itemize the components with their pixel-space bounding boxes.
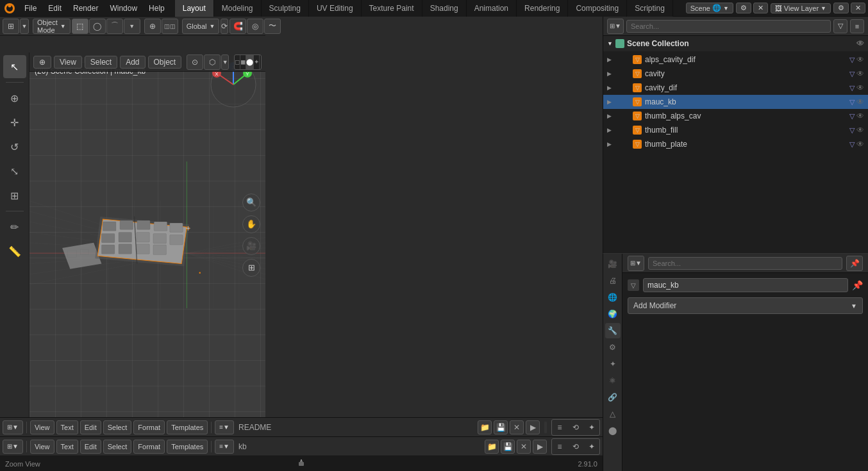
props-particles-icon[interactable]: ✦ [605, 356, 621, 372]
props-object-icon[interactable]: 🔧 [605, 323, 621, 338]
add-modifier-button[interactable]: Add Modifier ▼ [628, 297, 863, 314]
te-kb-type-btn[interactable]: ⊞▼ [3, 440, 23, 454]
props-scene-icon[interactable]: 🌍 [605, 306, 621, 322]
te-readme-templates[interactable]: Templates [167, 420, 208, 434]
editor-type-btn[interactable]: ⊞ [3, 19, 19, 34]
measure-tool-btn[interactable]: 📏 [3, 240, 26, 263]
outliner-filter-btn[interactable]: ▽ [833, 19, 847, 33]
props-back-btn[interactable]: ⊞▼ [628, 256, 644, 271]
scene-options-btn[interactable]: ⚙ [736, 3, 751, 13]
outliner-item-thumb-alps[interactable]: ▶ ▽ thumb_alps_cav ▽ 👁 [603, 109, 868, 123]
te-kb-save-btn[interactable]: 💾 [501, 440, 515, 454]
viewport[interactable]: User Perspective (20) Scene Collection |… [29, 53, 265, 417]
props-viewlayer-icon[interactable]: 🌐 [605, 290, 621, 305]
move-tool-btn[interactable]: ✛ [3, 111, 26, 134]
material-shade[interactable]: ⬤ [246, 55, 254, 69]
workspace-sculpting[interactable]: Sculpting [262, 0, 309, 17]
props-search-input[interactable] [648, 257, 842, 270]
rotate-tool-btn[interactable]: ↺ [3, 135, 26, 158]
eye-thumb-alps[interactable]: 👁 [856, 112, 864, 120]
props-material-icon[interactable]: ⬤ [605, 423, 621, 438]
eye-thumb-fill[interactable]: 👁 [856, 126, 864, 135]
menu-render[interactable]: Render [68, 3, 103, 14]
select-box-btn[interactable]: ⬚ [72, 19, 88, 34]
te-readme-wrap-btn[interactable]: ⟲ [569, 420, 583, 434]
props-constraints-icon[interactable]: 🔗 [605, 390, 621, 405]
workspace-uvediting[interactable]: UV Editing [309, 0, 362, 17]
outliner-item-mauc-kb[interactable]: ▶ ▽ mauc_kb ▽ 👁 [603, 95, 868, 109]
workspace-animation[interactable]: Animation [467, 0, 517, 17]
props-object-name-field[interactable] [643, 278, 848, 292]
zoom-in-btn[interactable]: 🔍 [242, 194, 260, 211]
select-more-btn[interactable]: ▼ [124, 19, 140, 34]
wave-btn[interactable]: 〜 [264, 19, 281, 34]
viewport-overlay-btn[interactable]: ⬡ [204, 54, 221, 70]
te-readme-text[interactable]: Text [56, 420, 78, 434]
viewport-overlay-down[interactable]: ▼ [221, 54, 229, 70]
te-readme-save-btn[interactable]: 💾 [494, 420, 508, 434]
transform-options[interactable]: ◫◫ [162, 19, 178, 34]
te-readme-close-btn[interactable]: ✕ [510, 420, 524, 434]
cursor-tool-btn[interactable]: ⊕ [3, 87, 26, 110]
props-physics-icon[interactable]: ⚛ [605, 373, 621, 388]
select-lasso-btn[interactable]: ⌒ [106, 19, 123, 34]
outliner-filter-btn2[interactable]: ≡ [850, 19, 864, 33]
te-kb-format[interactable]: Format [133, 440, 165, 454]
scale-tool-btn[interactable]: ⤡ [3, 160, 26, 183]
props-pin-btn[interactable]: 📌 [846, 256, 863, 271]
viewlayer-delete-btn[interactable]: ✕ [851, 3, 865, 13]
select-tool-btn[interactable]: ↖ [3, 55, 26, 78]
te-kb-wrap-btn[interactable]: ⟲ [569, 440, 583, 454]
workspace-layout[interactable]: Layout [175, 0, 214, 17]
eye-alps[interactable]: 👁 [856, 55, 864, 64]
menu-edit[interactable]: Edit [43, 3, 67, 14]
te-kb-run-btn[interactable]: ▶ [533, 440, 547, 454]
scene-selector[interactable]: Scene 🌐 ▼ [686, 3, 733, 13]
te-kb-close-btn[interactable]: ✕ [517, 440, 531, 454]
outliner-item-thumb-fill[interactable]: ▶ ▽ thumb_fill ▽ 👁 [603, 123, 868, 137]
outliner-type-btn[interactable]: ⊞▼ [607, 19, 624, 34]
te-readme-format[interactable]: Format [133, 420, 165, 434]
eye-mauc[interactable]: 👁 [856, 97, 864, 106]
workspace-modeling[interactable]: Modeling [214, 0, 262, 17]
te-readme-syntax-btn[interactable]: ✦ [585, 420, 599, 434]
toolbar-dropdown-btn[interactable]: ▼ [20, 19, 29, 34]
gizmo-area-btn[interactable]: ⊕ [33, 56, 51, 69]
props-modifier-icon[interactable]: ⚙ [605, 340, 621, 355]
menu-help[interactable]: Help [144, 3, 170, 14]
te-readme-lineno-btn[interactable]: ≡ [553, 420, 567, 434]
outliner-item-cavity-dif[interactable]: ▶ ▽ cavity_dif ▽ 👁 [603, 81, 868, 95]
te-kb-edit[interactable]: Edit [80, 440, 101, 454]
transform-pivot-btn[interactable]: ⟳ [221, 19, 228, 34]
te-readme-type-btn[interactable]: ⊞▼ [3, 420, 23, 434]
solid-shade[interactable]: ◼ [240, 55, 246, 69]
ortho-btn[interactable]: ⊞ [242, 259, 260, 277]
render-shade[interactable]: ✦ [254, 55, 260, 69]
scene-delete-btn[interactable]: ✕ [753, 3, 768, 13]
te-kb-open-btn[interactable]: 📁 [485, 440, 499, 454]
te-kb-select[interactable]: Select [103, 440, 132, 454]
eye-thumb-plate[interactable]: 👁 [856, 140, 864, 149]
te-readme-open-btn[interactable]: 📁 [478, 420, 492, 434]
eye-cavity[interactable]: 👁 [856, 69, 864, 78]
workspace-rendering[interactable]: Rendering [517, 0, 568, 17]
workspace-scripting[interactable]: Scripting [627, 0, 673, 17]
te-readme-run-btn[interactable]: ▶ [526, 420, 540, 434]
props-render-icon[interactable]: 🎥 [605, 256, 621, 272]
te-kb-editor-type[interactable]: ≡▼ [215, 440, 234, 454]
transform-global[interactable]: Global ▼ [182, 19, 220, 34]
view-menu[interactable]: View [54, 56, 82, 69]
select-menu[interactable]: Select [85, 56, 117, 69]
te-kb-templates[interactable]: Templates [167, 440, 208, 454]
menu-file[interactable]: File [19, 3, 42, 14]
outliner-item-thumb-plate[interactable]: ▶ ▽ thumb_plate ▽ 👁 [603, 137, 868, 151]
cursor-btn[interactable]: ⊕ [144, 19, 161, 34]
te-kb-view[interactable]: View [30, 440, 54, 454]
mode-selector[interactable]: Object Mode ▼ [33, 19, 71, 34]
annotate-tool-btn[interactable]: ✏ [3, 215, 26, 238]
menu-window[interactable]: Window [104, 3, 142, 14]
camera-btn[interactable]: 🎥 [242, 237, 260, 255]
viewlayer-options-btn[interactable]: ⚙ [833, 3, 849, 13]
workspace-shading[interactable]: Shading [422, 0, 467, 17]
select-circle-btn[interactable]: ◯ [89, 19, 106, 34]
